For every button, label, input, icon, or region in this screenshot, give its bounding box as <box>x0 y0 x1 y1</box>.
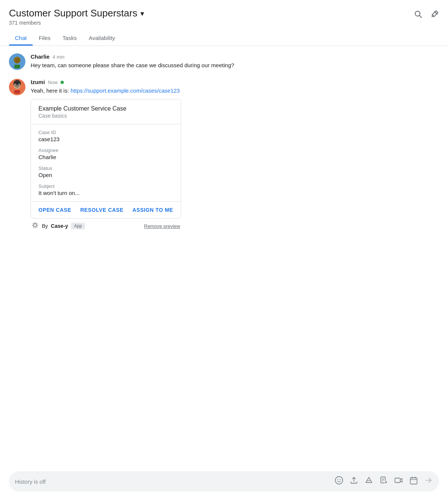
svg-line-29 <box>37 223 37 224</box>
message-izumi: Izumi Now Yeah, here it is: https://supp… <box>9 79 439 231</box>
tabs-bar: Chat Files Tasks Availability <box>0 31 448 46</box>
message-text-prefix: Yeah, here it is: <box>31 87 71 94</box>
case-card-actions: OPEN CASE RESOLVE CASE ASSIGN TO ME <box>31 202 181 218</box>
case-field-value-assignee: Charlie <box>38 154 173 160</box>
message-text-izumi: Yeah, here it is: https://support.exampl… <box>31 87 181 95</box>
case-card-subtitle: Case basics <box>38 113 173 119</box>
case-card-header: Example Customer Service Case Case basic… <box>31 99 181 124</box>
input-toolbar <box>335 476 433 487</box>
header: Customer Support Superstars ▾ 371 member… <box>0 0 448 26</box>
card-footer: By Case-y App Remove preview <box>31 221 181 231</box>
group-name: Customer Support Superstars <box>9 7 137 19</box>
casey-app-icon <box>31 221 39 231</box>
svg-point-33 <box>340 479 340 480</box>
svg-point-7 <box>18 59 19 60</box>
upload-icon[interactable] <box>349 476 358 487</box>
case-field-label-assignee: Assignee <box>38 148 173 153</box>
case-field-id: Case ID case123 <box>38 130 173 142</box>
svg-point-31 <box>335 477 343 484</box>
member-count: 371 members <box>9 20 144 26</box>
case-field-label-id: Case ID <box>38 130 173 135</box>
card-footer-left: By Case-y App <box>31 221 85 231</box>
case-field-label-subject: Subject <box>38 183 173 189</box>
app-badge: App <box>71 223 85 229</box>
avatar-charlie <box>9 53 25 70</box>
svg-rect-21 <box>14 90 20 94</box>
case-card-title: Example Customer Service Case <box>38 105 173 112</box>
message-body-charlie: Charlie 4 min Hey team, can someone plea… <box>31 53 234 70</box>
case-field-value-id: case123 <box>38 136 173 142</box>
tab-availability[interactable]: Availability <box>83 31 121 46</box>
chat-area: Charlie 4 min Hey team, can someone plea… <box>0 46 448 231</box>
video-icon[interactable] <box>394 476 403 487</box>
svg-line-1 <box>420 16 422 18</box>
search-icon[interactable] <box>414 10 423 21</box>
pin-icon[interactable] <box>430 10 439 21</box>
header-actions <box>414 7 439 21</box>
avatar-izumi <box>9 79 25 95</box>
svg-rect-42 <box>395 478 400 483</box>
svg-rect-17 <box>18 85 19 86</box>
message-sender-charlie: Charlie <box>31 53 50 60</box>
send-icon[interactable] <box>424 476 433 487</box>
svg-point-6 <box>16 59 16 60</box>
calendar-icon[interactable] <box>409 476 418 487</box>
tab-files[interactable]: Files <box>33 31 57 46</box>
case-card: Example Customer Service Case Case basic… <box>31 99 181 218</box>
case-field-value-subject: It won't turn on... <box>38 190 173 196</box>
open-case-button[interactable]: OPEN CASE <box>38 207 71 213</box>
card-footer-author: Case-y <box>51 223 68 229</box>
tab-chat[interactable]: Chat <box>9 31 33 46</box>
online-status-dot <box>60 81 64 84</box>
svg-line-30 <box>33 226 34 227</box>
new-doc-icon[interactable] <box>379 476 388 487</box>
case-field-value-status: Open <box>38 172 173 178</box>
card-footer-by-label: By <box>42 223 48 229</box>
header-title-row: Customer Support Superstars ▾ <box>9 7 144 19</box>
message-charlie: Charlie 4 min Hey team, can someone plea… <box>9 53 439 70</box>
case-field-label-status: Status <box>38 165 173 171</box>
svg-rect-16 <box>15 85 17 86</box>
message-header-izumi: Izumi Now <box>31 79 181 85</box>
assign-to-me-button[interactable]: ASSIGN TO ME <box>133 207 173 213</box>
emoji-icon[interactable] <box>335 476 343 487</box>
case-card-body: Case ID case123 Assignee Charlie Status … <box>31 124 181 202</box>
input-placeholder[interactable]: History is off <box>15 478 330 485</box>
message-body-izumi: Izumi Now Yeah, here it is: https://supp… <box>31 79 181 231</box>
resolve-case-button[interactable]: RESOLVE CASE <box>80 207 124 213</box>
message-time-izumi: Now <box>48 80 57 85</box>
svg-point-32 <box>337 479 338 480</box>
header-left: Customer Support Superstars ▾ 371 member… <box>9 7 144 26</box>
case-field-assignee: Assignee Charlie <box>38 148 173 160</box>
message-input-bar: History is off <box>9 471 439 492</box>
svg-point-5 <box>14 57 21 63</box>
message-text-charlie: Hey team, can someone please share the c… <box>31 61 234 70</box>
svg-line-27 <box>33 223 34 224</box>
message-header-charlie: Charlie 4 min <box>31 53 234 60</box>
svg-line-28 <box>37 226 37 227</box>
svg-point-19 <box>15 81 19 85</box>
message-sender-izumi: Izumi <box>31 79 45 85</box>
case-link[interactable]: https://support.example.com/cases/case12… <box>71 87 180 94</box>
remove-preview-button[interactable]: Remove preview <box>144 223 180 229</box>
case-field-subject: Subject It won't turn on... <box>38 183 173 196</box>
svg-rect-43 <box>410 478 417 484</box>
tab-tasks[interactable]: Tasks <box>56 31 83 46</box>
case-field-status: Status Open <box>38 165 173 178</box>
chevron-down-icon[interactable]: ▾ <box>140 9 144 18</box>
svg-rect-9 <box>14 65 20 68</box>
svg-point-22 <box>34 224 37 227</box>
drive-icon[interactable] <box>364 476 373 487</box>
message-time-charlie: 4 min <box>53 54 65 60</box>
